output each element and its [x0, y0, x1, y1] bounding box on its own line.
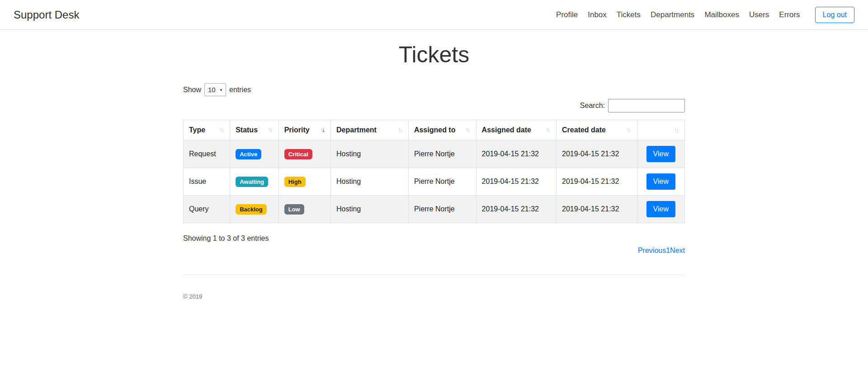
cell-status: Backlog [230, 196, 279, 223]
cell-type: Issue [184, 168, 230, 196]
cell-status: Active [230, 140, 279, 168]
column-header-created-date[interactable]: Created date↑↓ [557, 120, 637, 140]
nav-item-tickets[interactable]: Tickets [612, 10, 646, 19]
sort-icon: ↑↓ [320, 126, 325, 133]
main-content: Tickets Show 10 ▼ entries Search: Type↑↓… [183, 42, 685, 363]
column-header-status[interactable]: Status↑↓ [230, 120, 279, 140]
page-size-select-wrap: 10 ▼ [204, 83, 226, 96]
column-header-assigned-to[interactable]: Assigned to↑↓ [408, 120, 476, 140]
sort-icon: ↑↓ [268, 126, 273, 133]
view-button[interactable]: View [646, 173, 675, 190]
cell-assigned-date: 2019-04-15 21:32 [476, 196, 556, 223]
page-size-select[interactable]: 10 [204, 83, 226, 96]
table-body: RequestActiveCriticalHostingPierre Nortj… [184, 140, 685, 223]
nav-item-errors[interactable]: Errors [774, 10, 805, 19]
table-row: QueryBacklogLowHostingPierre Nortje2019-… [184, 196, 685, 223]
priority-badge: Low [284, 204, 304, 215]
search-control: Search: [183, 99, 685, 112]
nav-item-departments[interactable]: Departments [646, 10, 699, 19]
footer-divider [183, 275, 685, 275]
cell-status: Awaiting [230, 168, 279, 196]
cell-type: Query [184, 196, 230, 223]
tickets-table: Type↑↓Status↑↓Priority↑↓Department↑↓Assi… [183, 120, 685, 223]
column-label: Type [189, 126, 205, 134]
sort-icon: ↑↓ [627, 126, 632, 133]
cell-department: Hosting [331, 168, 409, 196]
cell-assigned-to: Pierre Nortje [408, 196, 476, 223]
cell-assigned-date: 2019-04-15 21:32 [476, 168, 556, 196]
nav-item-mailboxes[interactable]: Mailboxes [699, 10, 744, 19]
column-label: Priority [284, 126, 310, 134]
table-row: RequestActiveCriticalHostingPierre Nortj… [184, 140, 685, 168]
table-header-row: Type↑↓Status↑↓Priority↑↓Department↑↓Assi… [184, 120, 685, 140]
status-badge: Awaiting [236, 177, 268, 187]
main-nav: ProfileInboxTicketsDepartmentsMailboxesU… [551, 10, 805, 19]
status-badge: Active [236, 149, 261, 159]
cell-actions: View [637, 168, 684, 196]
table-summary: Showing 1 to 3 of 3 entries [183, 234, 685, 243]
cell-assigned-date: 2019-04-15 21:32 [476, 140, 556, 168]
view-button[interactable]: View [646, 201, 675, 217]
table-row: IssueAwaitingHighHostingPierre Nortje201… [184, 168, 685, 196]
sort-icon: ↑↓ [219, 126, 224, 133]
column-header-department[interactable]: Department↑↓ [331, 120, 409, 140]
column-label: Department [336, 126, 377, 134]
page-title: Tickets [183, 42, 685, 68]
page-length-control: Show 10 ▼ entries [183, 83, 685, 96]
pagination: Previous 1 Next [183, 247, 685, 255]
nav-item-inbox[interactable]: Inbox [583, 10, 612, 19]
cell-type: Request [184, 140, 230, 168]
cell-assigned-to: Pierre Nortje [408, 140, 476, 168]
sort-icon: ↑↓ [466, 126, 471, 133]
app-brand[interactable]: Support Desk [14, 9, 79, 21]
cell-department: Hosting [331, 140, 409, 168]
cell-priority: Low [278, 196, 330, 223]
column-label: Assigned date [482, 126, 531, 134]
search-label: Search: [580, 102, 605, 110]
navbar: Support Desk ProfileInboxTicketsDepartme… [0, 0, 868, 30]
cell-created-date: 2019-04-15 21:32 [557, 168, 637, 196]
cell-actions: View [637, 140, 684, 168]
priority-badge: Critical [284, 149, 312, 159]
cell-assigned-to: Pierre Nortje [408, 168, 476, 196]
cell-priority: High [278, 168, 330, 196]
sort-icon: ↑↓ [546, 126, 551, 133]
cell-created-date: 2019-04-15 21:32 [557, 140, 637, 168]
column-header-assigned-date[interactable]: Assigned date↑↓ [476, 120, 556, 140]
cell-priority: Critical [278, 140, 330, 168]
nav-item-profile[interactable]: Profile [551, 10, 583, 19]
nav-item-users[interactable]: Users [744, 10, 774, 19]
column-label: Assigned to [414, 126, 456, 134]
column-header-actions[interactable]: ↑↓ [637, 120, 684, 140]
cell-created-date: 2019-04-15 21:32 [557, 196, 637, 223]
pagination-next[interactable]: Next [670, 247, 685, 255]
column-header-priority[interactable]: Priority↑↓ [278, 120, 330, 140]
status-badge: Backlog [236, 204, 267, 215]
column-header-type[interactable]: Type↑↓ [184, 120, 230, 140]
search-input[interactable] [608, 99, 685, 112]
show-label: Show [183, 86, 201, 94]
logout-button[interactable]: Log out [815, 7, 854, 23]
sort-icon: ↑↓ [398, 126, 403, 133]
footer-copyright: © 2019 [183, 293, 685, 363]
pagination-previous[interactable]: Previous [638, 247, 666, 255]
entries-label: entries [229, 86, 251, 94]
column-label: Status [236, 126, 258, 134]
column-label: Created date [562, 126, 606, 134]
sort-icon: ↑↓ [674, 126, 679, 134]
cell-actions: View [637, 196, 684, 223]
view-button[interactable]: View [646, 146, 675, 162]
pagination-page-1[interactable]: 1 [666, 247, 670, 255]
cell-department: Hosting [331, 196, 409, 223]
priority-badge: High [284, 177, 306, 187]
